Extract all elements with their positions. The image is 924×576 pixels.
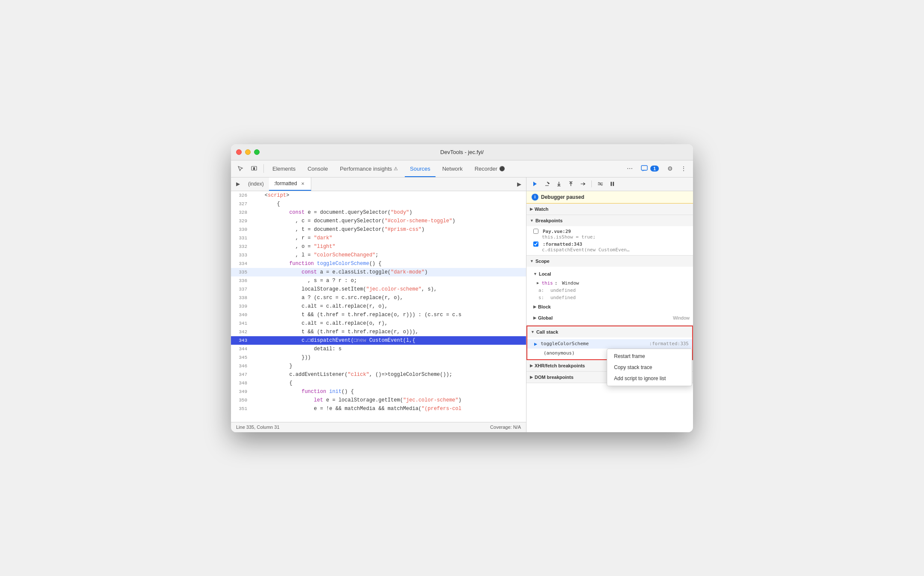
code-line-337: 337 localStorage.setItem("jec.color-sche… xyxy=(231,285,526,294)
tab-elements[interactable]: Elements xyxy=(267,160,301,177)
block-scope-header[interactable]: ▶ Block xyxy=(526,301,693,312)
file-navigator-toggle[interactable]: ▶ xyxy=(233,179,243,189)
breakpoint-item-1: Pay.vue:29 this.isShow = true; xyxy=(526,228,693,241)
global-chevron: ▶ xyxy=(533,316,536,320)
scope-section: ▼ Scope ▼ Local ▶ this : Wind xyxy=(526,256,693,326)
scope-a-item: a: undefined xyxy=(526,287,693,294)
block-scope-label: Block xyxy=(538,304,551,309)
breakpoint-1-code: this.isShow = true; xyxy=(533,234,690,240)
breakpoint-2-file: :formatted:343 xyxy=(543,241,582,247)
code-line-343: 343 c.□dispatchEvent(□new CustomEvent(l,… xyxy=(231,336,526,345)
watch-label: Watch xyxy=(535,207,549,212)
scope-a-key: a: xyxy=(538,288,544,293)
step-into-button[interactable] xyxy=(554,179,564,189)
scope-label: Scope xyxy=(535,259,550,264)
code-line-334: 334 function toggleColorScheme() { xyxy=(231,259,526,268)
breakpoints-section: ▼ Breakpoints Pay.vue:29 this.isShow = t… xyxy=(526,215,693,256)
active-frame-arrow: ▶ xyxy=(534,341,537,347)
code-tabs: ▶ (index) :formatted ✕ ▶ xyxy=(231,177,526,191)
minimize-button[interactable] xyxy=(245,149,251,155)
step-out-button[interactable] xyxy=(566,179,576,189)
tab-console[interactable]: Console xyxy=(302,160,333,177)
run-snippet-button[interactable]: ▶ xyxy=(514,179,524,189)
toolbar-separator xyxy=(263,164,264,173)
window-title: DevTools - jec.fyi/ xyxy=(440,149,484,155)
callstack-frame-1-name: toggleColorScheme xyxy=(541,341,646,346)
svg-rect-12 xyxy=(611,182,612,186)
callstack-item-1[interactable]: ▶ toggleColorScheme :formatted:335 xyxy=(527,339,692,349)
breakpoint-1-checkbox[interactable] xyxy=(533,229,538,234)
tab-performance[interactable]: Performance insights ⚠ xyxy=(335,160,403,177)
tab-recorder[interactable]: Recorder ⚫ xyxy=(469,160,510,177)
watch-section-header[interactable]: ▶ Watch xyxy=(526,204,693,215)
tab-network[interactable]: Network xyxy=(437,160,468,177)
copy-stack-trace-menu-item[interactable]: Copy stack trace xyxy=(607,362,692,373)
breakpoint-2-checkbox[interactable] xyxy=(533,241,538,247)
deactivate-breakpoints-button[interactable] xyxy=(595,179,605,189)
step-button[interactable] xyxy=(578,179,588,189)
callstack-item-2-container: (anonymous) Restart frame Copy stack tra… xyxy=(527,349,692,358)
svg-rect-1 xyxy=(253,167,255,170)
debug-toolbar xyxy=(526,177,693,191)
device-toolbar-button[interactable] xyxy=(248,163,260,175)
code-panel: ▶ (index) :formatted ✕ ▶ 326 <script> 32… xyxy=(231,177,526,432)
svg-rect-10 xyxy=(598,183,603,183)
scope-a-val: undefined xyxy=(550,288,576,293)
pause-on-exceptions-button[interactable] xyxy=(607,179,617,189)
code-line-339: 339 c.alt = c.alt.replace(r, o), xyxy=(231,302,526,311)
dom-label: DOM breakpoints xyxy=(535,375,573,380)
scope-this-item: ▶ this : Window xyxy=(526,279,693,287)
traffic-lights xyxy=(236,149,260,155)
code-line-330: 330 , t = document.querySelector("#prism… xyxy=(231,225,526,234)
chat-badge: 1 xyxy=(650,166,659,172)
code-line-341: 341 c.alt = c.alt.replace(o, r), xyxy=(231,319,526,328)
callstack-section-header[interactable]: ▼ Call stack xyxy=(527,326,692,337)
breakpoints-section-header[interactable]: ▼ Breakpoints xyxy=(526,215,693,226)
callstack-chevron: ▼ xyxy=(531,330,535,334)
more-tabs-button[interactable]: ⋯ xyxy=(624,163,636,175)
close-button[interactable] xyxy=(236,149,242,155)
code-line-347: 347 c.addEventListener("click", ()=>togg… xyxy=(231,370,526,379)
right-sections: ▶ Watch ▼ Breakpoints Pay.vue:2 xyxy=(526,204,693,432)
code-line-348: 348 { xyxy=(231,379,526,387)
main-toolbar: Elements Console Performance insights ⚠ … xyxy=(231,160,693,177)
tab-sources[interactable]: Sources xyxy=(405,160,436,177)
watch-section: ▶ Watch xyxy=(526,204,693,215)
scope-s-item: s: undefined xyxy=(526,294,693,301)
close-formatted-tab[interactable]: ✕ xyxy=(300,180,306,186)
svg-rect-3 xyxy=(533,182,534,186)
settings-button[interactable]: ⚙ xyxy=(664,163,676,175)
global-scope-header[interactable]: ▶ Global Window xyxy=(526,312,693,323)
code-line-328: 328 const e = document.querySelector("bo… xyxy=(231,208,526,217)
resume-button[interactable] xyxy=(530,179,540,189)
breakpoints-content: Pay.vue:29 this.isShow = true; :formatte… xyxy=(526,226,693,255)
titlebar: DevTools - jec.fyi/ xyxy=(231,144,693,160)
code-line-351: 351 e = !e && matchMedia && matchMedia("… xyxy=(231,404,526,413)
code-line-327: 327 { xyxy=(231,200,526,208)
code-line-336: 336 , s = a ? r : o; xyxy=(231,276,526,285)
breakpoint-item-2: :formatted:343 c.dispatchEvent(new Custo… xyxy=(526,241,693,253)
local-scope-header[interactable]: ▼ Local xyxy=(526,268,693,279)
code-line-326: 326 <script> xyxy=(231,191,526,200)
breakpoint-2-code: c.dispatchEvent(new CustomEven… xyxy=(533,247,690,253)
step-over-button[interactable] xyxy=(542,179,552,189)
toolbar-right: ⋯ 1 ⚙ ⋮ xyxy=(624,163,690,175)
fullscreen-button[interactable] xyxy=(254,149,260,155)
svg-rect-11 xyxy=(598,184,603,185)
scope-section-header[interactable]: ▼ Scope xyxy=(526,256,693,267)
inspect-element-button[interactable] xyxy=(234,163,246,175)
devtools-window: DevTools - jec.fyi/ Elements Console Per… xyxy=(231,144,693,432)
xhr-chevron: ▶ xyxy=(530,364,533,368)
tab-formatted-file[interactable]: :formatted ✕ xyxy=(269,177,311,191)
tab-index-file[interactable]: (index) xyxy=(243,177,269,191)
code-line-344: 344 detail: s xyxy=(231,345,526,353)
restart-frame-menu-item[interactable]: Restart frame xyxy=(607,351,692,362)
code-editor[interactable]: 326 <script> 327 { 328 const e = documen… xyxy=(231,191,526,422)
callstack-content: ▶ toggleColorScheme :formatted:335 (anon… xyxy=(527,337,692,359)
callstack-label: Call stack xyxy=(536,329,558,335)
add-to-ignore-list-menu-item[interactable]: Add script to ignore list xyxy=(607,373,692,384)
recorder-icon: ⚫ xyxy=(499,166,505,172)
code-line-340: 340 t && (t.href = t.href.replace(o, r))… xyxy=(231,311,526,319)
more-options-button[interactable]: ⋮ xyxy=(678,163,690,175)
breakpoints-label: Breakpoints xyxy=(535,218,563,223)
